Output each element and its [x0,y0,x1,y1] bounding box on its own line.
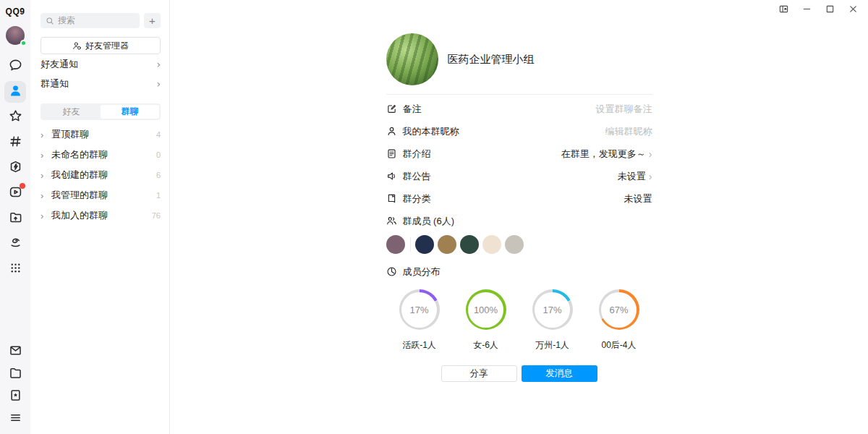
group-category-created[interactable]: › 我创建的群聊 6 [41,165,161,185]
maximize-button[interactable] [820,2,841,18]
notification-badge [20,183,25,189]
group-name: 医药企业管理小组 [448,53,535,67]
user-avatar[interactable] [6,26,25,45]
group-notices-label: 群通知 [41,77,69,90]
icon-rail: QQ9 [0,0,30,434]
group-category-joined[interactable]: › 我加入的群聊 76 [41,205,161,226]
group-category-row[interactable]: 群分类 未设置 [386,187,652,210]
group-announcement-value: 未设置 [618,170,646,183]
group-header: 医药企业管理小组 [386,33,652,85]
group-category-managed[interactable]: › 我管理的群聊 1 [41,185,161,205]
nav-video-button[interactable] [4,182,26,204]
nav-menu-button[interactable] [4,408,26,430]
chat-bubble-icon [9,59,22,75]
remark-value: 设置群聊备注 [596,103,652,116]
nav-apps-button[interactable] [4,258,26,280]
member-avatar[interactable] [438,235,456,254]
distribution-chart-age: 67% 00后-4人 [586,289,652,352]
expand-chevron-icon: › [41,129,51,140]
donut-chart: 17% [532,289,573,330]
expand-chevron-icon: › [41,210,51,221]
distribution-label: 成员分布 [403,265,652,278]
qq-app-window: QQ9 [0,0,868,434]
group-intro-row[interactable]: 群介绍 在群里，发现更多～ › [386,142,652,165]
remark-row[interactable]: 备注 设置群聊备注 [386,98,652,120]
nav-channels-button[interactable] [4,132,26,153]
divider [386,94,652,95]
distribution-chart-gender: 100% 女-6人 [453,289,519,352]
friend-notices-row[interactable]: 好友通知 › [41,54,161,74]
category-count: 0 [156,150,161,159]
nav-folder-button[interactable] [4,363,26,385]
category-count: 6 [156,171,161,179]
member-avatar[interactable] [505,235,524,254]
tab-friends[interactable]: 好友 [42,105,101,119]
friend-manager-label: 好友管理器 [85,40,129,52]
nav-messages-button[interactable] [4,56,26,77]
distribution-chart-region: 17% 万州-1人 [519,289,586,352]
group-announcement-row[interactable]: 群公告 未设置 › [386,165,652,187]
nav-contacts-button[interactable] [4,81,26,103]
action-buttons: 分享 发消息 [386,365,652,382]
chevron-right-icon: › [649,171,652,182]
document-icon [386,148,397,159]
nav-favorites-button[interactable] [4,106,26,128]
tab-groups[interactable]: 群聊 [101,105,159,119]
contacts-tabs: 好友 群聊 [41,103,161,120]
add-button[interactable]: + [144,13,161,28]
members-icon [386,216,397,226]
chevron-right-icon: › [649,149,652,159]
friend-notices-label: 好友通知 [41,58,78,71]
nickname-value: 编辑群昵称 [605,125,652,138]
chevron-right-icon: › [156,59,161,69]
qq9-logo: QQ9 [6,7,25,17]
nickname-row[interactable]: 我的本群昵称 编辑群昵称 [386,120,652,142]
nav-bookmark-button[interactable] [4,386,26,407]
member-avatar[interactable] [482,235,501,254]
hamburger-menu-icon [9,411,22,427]
nav-guild-button[interactable] [4,157,26,179]
group-intro-value: 在群里，发现更多～ [561,148,646,161]
nav-mail-button[interactable] [4,341,26,362]
member-avatar[interactable] [386,235,405,254]
send-message-button[interactable]: 发消息 [522,365,597,382]
speaker-icon [386,171,397,182]
group-notices-row[interactable]: 群通知 › [41,74,161,93]
member-avatar[interactable] [460,235,479,254]
search-input[interactable]: 搜索 [41,13,140,28]
minimize-icon [802,4,812,17]
group-category-pinned[interactable]: › 置顶群聊 4 [41,124,161,145]
group-category-list: › 置顶群聊 4 › 未命名的群聊 0 › 我创建的群聊 6 › 我管理的群聊 … [41,124,161,226]
person-icon [386,126,397,137]
members-header-row[interactable]: 群成员 (6人) [386,210,652,232]
group-category-value: 未设置 [624,192,652,205]
group-category-unnamed[interactable]: › 未命名的群聊 0 [41,145,161,165]
group-profile-content: 医药企业管理小组 备注 设置群聊备注 我的本群昵称 编辑群昵称 群介绍 在群里，… [386,33,652,382]
share-button[interactable]: 分享 [441,365,517,382]
pie-chart-icon [386,266,397,277]
nav-doodle-button[interactable] [4,233,26,255]
category-count: 4 [156,130,161,139]
guild-lightning-icon [9,160,22,176]
member-avatar-strip [386,235,652,254]
friend-manager-button[interactable]: 好友管理器 [41,37,161,54]
chevron-right-icon: › [156,79,161,89]
group-avatar[interactable] [386,33,438,85]
mail-icon [9,344,22,360]
owner-divider [410,237,411,252]
contacts-sidebar: 搜索 + 好友管理器 好友通知 › 群通知 › 好友 群聊 › 置顶群聊 4 [30,0,170,434]
maximize-icon [825,4,835,17]
mini-window-button[interactable] [773,2,794,18]
member-distribution-charts: 17% 活跃-1人 100% 女-6人 17% 万州-1人 67% 00后-4人 [386,289,652,352]
group-profile-panel: 医药企业管理小组 备注 设置群聊备注 我的本群昵称 编辑群昵称 群介绍 在群里，… [170,0,868,434]
close-icon [848,4,858,17]
folder-icon [9,366,22,383]
distribution-header-row: 成员分布 [386,260,652,283]
bookmark-star-icon [9,388,22,405]
close-button[interactable] [843,2,864,18]
mini-window-icon [779,4,788,17]
category-count: 76 [152,211,161,220]
member-avatar[interactable] [415,235,434,254]
nav-workspace-button[interactable] [4,208,26,229]
minimize-button[interactable] [796,2,817,18]
